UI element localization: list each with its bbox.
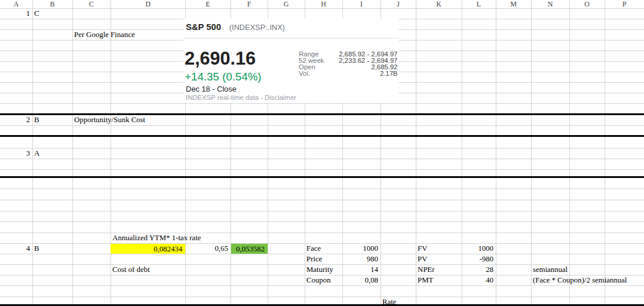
finance-card[interactable]: S&P 500(INDEXSP:.INX) 2,690.16 +14.35 (0… [183,19,399,103]
spreadsheet: ABCDEFGHIJKLMNOP 1 C Per Google Finance … [0,0,644,306]
column-header-i[interactable]: I [342,0,381,8]
cell-question2-number[interactable]: 2 [0,115,30,125]
quote-stats: Range 2,685.92 - 2,694.97 52 week 2,233.… [299,51,398,77]
stock-price-change: +14.35 (0.54%) [185,70,261,83]
stat-label: Vol. [299,70,310,77]
column-header-e[interactable]: E [185,0,231,8]
cell-pmt-label[interactable]: PMT [418,275,433,285]
cell-one-minus-tax[interactable]: 0,65 [185,243,228,254]
finance-card-title: S&P 500 [186,22,221,32]
gridline-horizontal [0,233,644,233]
section-border [0,176,644,178]
cell-pv-value[interactable]: -980 [462,254,493,264]
cell-nper-value[interactable]: 28 [462,264,493,275]
cell-fv-label[interactable]: FV [418,243,428,254]
gridline-horizontal [0,189,644,189]
gridline-horizontal [0,211,644,211]
cell-question1-answer[interactable]: C [34,8,39,19]
quote-disclaimer: INDEXSP real-time data - Disclaimer [186,94,296,101]
gridline-horizontal [0,297,644,297]
column-header-b[interactable]: B [32,0,72,8]
gridline-horizontal [0,243,644,244]
cell-coupon-label[interactable]: Coupon [306,275,331,285]
stat-row-volume: Vol. 2.17B [299,70,398,77]
cell-question4-answer[interactable]: B [34,243,39,254]
cell-cost-of-debt-label[interactable]: Cost of debt [112,264,150,275]
gridline-vertical [531,0,532,306]
cell-face-value[interactable]: 1000 [342,243,378,254]
gridline-vertical [72,0,73,306]
cell-question4-number[interactable]: 4 [0,243,30,254]
cell-opportunity-sunk-cost[interactable]: Opportunity/Sunk Cost [74,115,145,125]
cell-face-label[interactable]: Face [306,243,321,254]
gridline-vertical [569,0,570,306]
cell-question3-number[interactable]: 3 [0,148,30,159]
stat-value: 2.17B [380,70,398,77]
section-border [0,113,644,115]
gridline-horizontal [0,169,644,170]
cell-pmt-formula-note[interactable]: (Face * Coupon)/2 semiannual [533,275,627,285]
column-header-p[interactable]: P [605,0,644,8]
column-header-o[interactable]: O [569,0,605,8]
column-header-g[interactable]: G [268,0,305,8]
column-header-d[interactable]: D [111,0,185,8]
gridline-vertical [605,0,605,306]
column-header-a[interactable]: A [0,0,32,8]
cell-pv-label[interactable]: PV [418,254,428,264]
gridline-horizontal [0,8,644,9]
cell-semiannual-note[interactable]: semiannual [533,264,568,275]
cell-coupon-value[interactable]: 0,08 [342,275,378,285]
cell-nper-label[interactable]: NPEr [418,264,435,275]
gridline-vertical [111,0,111,306]
column-header-h[interactable]: H [305,0,342,8]
stock-price: 2,690.16 [185,48,256,69]
cell-per-google-finance[interactable]: Per Google Finance [74,29,135,40]
gridline-horizontal [0,103,644,104]
column-header-l[interactable]: L [462,0,496,8]
column-header-m[interactable]: M [496,0,531,8]
cell-pmt-value[interactable]: 40 [462,275,493,285]
section-border [0,135,644,137]
cell-maturity-label[interactable]: Maturity [306,264,333,275]
gridline-horizontal [0,148,644,149]
cell-price-label[interactable]: Price [306,254,322,264]
cell-question3-answer[interactable]: A [34,148,39,159]
column-header-n[interactable]: N [531,0,569,8]
cell-maturity-value[interactable]: 14 [342,264,378,275]
quote-date: Dec 18 - Close [186,85,236,93]
column-header-f[interactable]: F [231,0,268,8]
finance-card-divider [183,38,399,39]
cell-annualized-ytm-label[interactable]: Annualized YTM* 1-tax rate [112,233,201,243]
finance-card-ticker: (INDEXSP:.INX) [229,23,285,32]
cell-question2-answer[interactable]: B [34,115,39,125]
finance-card-header: S&P 500(INDEXSP:.INX) [186,22,285,32]
gridline-vertical [496,0,496,306]
gridline-vertical [32,0,33,306]
cell-fv-value[interactable]: 1000 [462,243,493,254]
gridline-horizontal [0,285,644,286]
gridline-vertical [416,0,416,306]
cell-question1-number[interactable]: 1 [0,8,30,19]
gridline-horizontal [0,221,644,222]
gridline-horizontal [0,159,644,159]
gridline-horizontal [0,125,644,126]
cell-ytm-value-highlighted[interactable]: 0,082434 [111,244,185,254]
cell-after-tax-cost-highlighted[interactable]: 0,053582 [231,244,268,254]
column-header-j[interactable]: J [381,0,416,8]
column-header-c[interactable]: C [72,0,111,8]
cell-price-value[interactable]: 980 [342,254,378,264]
column-header-k[interactable]: K [416,0,462,8]
gridline-horizontal [0,200,644,200]
